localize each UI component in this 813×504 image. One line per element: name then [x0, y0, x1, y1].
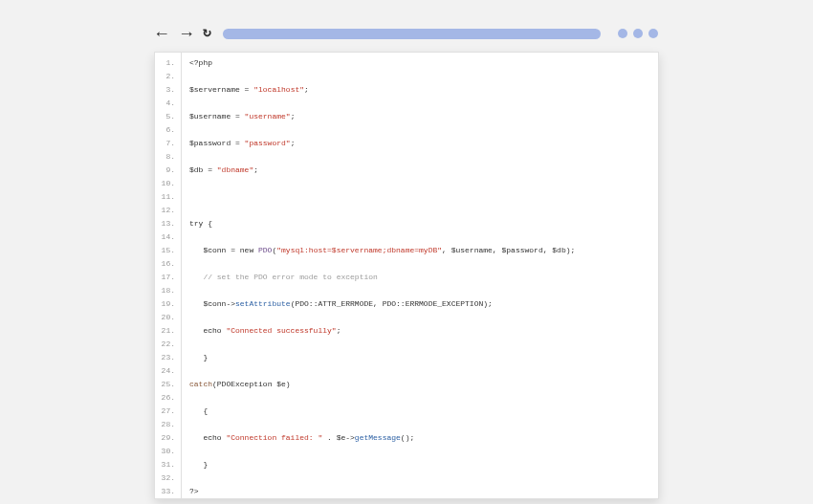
dot [648, 29, 658, 38]
line-number: 1. [155, 56, 175, 70]
dot [618, 29, 627, 38]
line-number: 12. [155, 204, 175, 217]
code-content: <?php $servername = "localhost"; $userna… [182, 53, 658, 498]
line-number: 30. [155, 445, 175, 458]
line-number: 26. [155, 391, 175, 405]
code-line [189, 177, 658, 190]
code-line: echo "Connection failed: " . $e->getMess… [189, 431, 658, 445]
code-line [189, 150, 658, 164]
code-line: $conn = new PDO("mysql:host=$servername;… [189, 244, 658, 257]
line-number: 15. [155, 244, 175, 257]
line-number: 11. [155, 190, 175, 204]
line-number: 3. [155, 83, 175, 97]
code-line: $conn->setAttribute(PDO::ATTR_ERRMODE, P… [189, 297, 658, 311]
code-line [189, 471, 658, 485]
line-number: 32. [155, 471, 175, 485]
code-line [189, 97, 658, 110]
line-number: 22. [155, 338, 175, 351]
forward-icon[interactable]: → [178, 27, 195, 40]
code-line [189, 230, 658, 244]
code-line [189, 284, 658, 297]
code-line: try { [189, 217, 658, 230]
code-line [189, 418, 658, 431]
code-line: } [189, 458, 658, 471]
code-line: { [189, 405, 658, 418]
line-number: 7. [155, 137, 175, 150]
code-line: echo "Connected successfully"; [189, 324, 658, 338]
line-number: 28. [155, 418, 175, 431]
code-line [189, 204, 658, 217]
code-line: // set the PDO error mode to exception [189, 271, 658, 284]
code-line: $username = "username"; [189, 110, 658, 123]
line-number: 21. [155, 324, 175, 338]
line-number: 9. [155, 164, 175, 177]
code-line: $db = "dbname"; [189, 164, 658, 177]
line-number: 20. [155, 311, 175, 324]
back-icon[interactable]: ← [153, 27, 170, 40]
code-line [189, 257, 658, 271]
line-number: 13. [155, 217, 175, 230]
code-line [189, 190, 658, 204]
line-number: 27. [155, 405, 175, 418]
code-line [189, 338, 658, 351]
line-number: 6. [155, 123, 175, 137]
code-line [189, 445, 658, 458]
browser-toolbar: ← → ↻ [153, 27, 658, 40]
code-line: <?php [189, 56, 658, 70]
line-number: 19. [155, 297, 175, 311]
line-number: 31. [155, 458, 175, 471]
line-number: 24. [155, 364, 175, 378]
line-number: 25. [155, 378, 175, 391]
window-dots [618, 29, 658, 38]
line-number: 16. [155, 257, 175, 271]
code-line: } [189, 351, 658, 364]
line-number: 10. [155, 177, 175, 190]
line-number: 17. [155, 271, 175, 284]
line-number: 23. [155, 351, 175, 364]
code-line: $password = "password"; [189, 137, 658, 150]
code-line [189, 70, 658, 83]
code-line [189, 364, 658, 378]
dot [633, 29, 643, 38]
code-line [189, 391, 658, 405]
line-gutter: 1.2.3.4.5.6.7.8.9.10.11.12.13.14.15.16.1… [155, 53, 182, 498]
line-number: 18. [155, 284, 175, 297]
line-number: 29. [155, 431, 175, 445]
code-line [189, 311, 658, 324]
line-number: 5. [155, 110, 175, 123]
code-line: $servername = "localhost"; [189, 83, 658, 97]
line-number: 4. [155, 97, 175, 110]
code-window: 1.2.3.4.5.6.7.8.9.10.11.12.13.14.15.16.1… [154, 52, 659, 499]
code-line [189, 123, 658, 137]
refresh-icon[interactable]: ↻ [203, 27, 211, 40]
code-line: catch(PDOException $e) [189, 378, 658, 391]
url-bar[interactable] [223, 29, 601, 39]
line-number: 33. [155, 485, 175, 498]
line-number: 14. [155, 230, 175, 244]
code-area: 1.2.3.4.5.6.7.8.9.10.11.12.13.14.15.16.1… [155, 53, 658, 498]
line-number: 8. [155, 150, 175, 164]
line-number: 2. [155, 70, 175, 83]
code-line: ?> [189, 485, 658, 498]
